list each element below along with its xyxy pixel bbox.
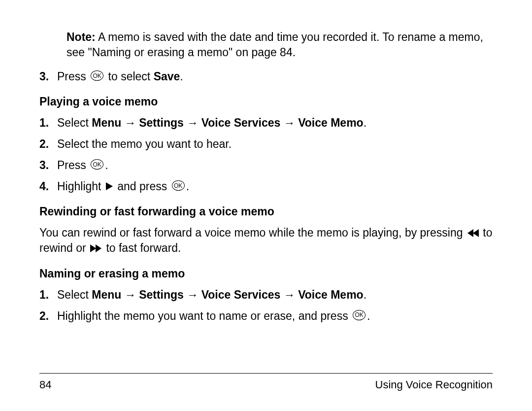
footer-title: Using Voice Recognition [375, 377, 493, 392]
step-number: 3. [39, 158, 57, 173]
note-label: Note: [66, 31, 96, 43]
play-step-1: 1. Select Menu → Settings → Voice Servic… [39, 115, 493, 131]
ok-icon: OK [91, 70, 103, 81]
save-step-3: 3. Press OK to select Save . [39, 69, 493, 84]
play-icon [106, 182, 113, 190]
note-paragraph: Note: A memo is saved with the date and … [66, 30, 493, 60]
rewind-ff-paragraph: You can rewind or fast forward a voice m… [39, 225, 493, 256]
step-number: 1. [39, 115, 57, 131]
ok-icon: OK [172, 180, 185, 191]
note-text: A memo is saved with the date and time y… [66, 31, 483, 59]
name-step-1: 1. Select Menu → Settings → Voice Servic… [39, 287, 493, 303]
rewind-icon [467, 229, 478, 237]
ok-icon: OK [353, 310, 366, 320]
ok-icon: OK [91, 159, 103, 170]
play-step-4: 4. Highlight and press OK . [39, 179, 493, 194]
step-number: 3. [39, 69, 57, 84]
page-number: 84 [39, 377, 51, 392]
heading-rewind-ff: Rewinding or fast forwarding a voice mem… [39, 204, 493, 219]
heading-playing-voice-memo: Playing a voice memo [39, 94, 493, 109]
play-step-3: 3. Press OK . [39, 158, 493, 173]
play-step-2: 2. Select the memo you want to hear. [39, 137, 493, 152]
name-step-2: 2. Highlight the memo you want to name o… [39, 308, 493, 324]
step-number: 2. [39, 308, 57, 324]
fast-forward-icon [91, 244, 101, 252]
step-number: 1. [39, 287, 57, 303]
step-number: 2. [39, 137, 57, 152]
heading-naming-erasing: Naming or erasing a memo [39, 266, 493, 281]
page-footer: 84 Using Voice Recognition [39, 373, 493, 392]
step-number: 4. [39, 179, 57, 194]
